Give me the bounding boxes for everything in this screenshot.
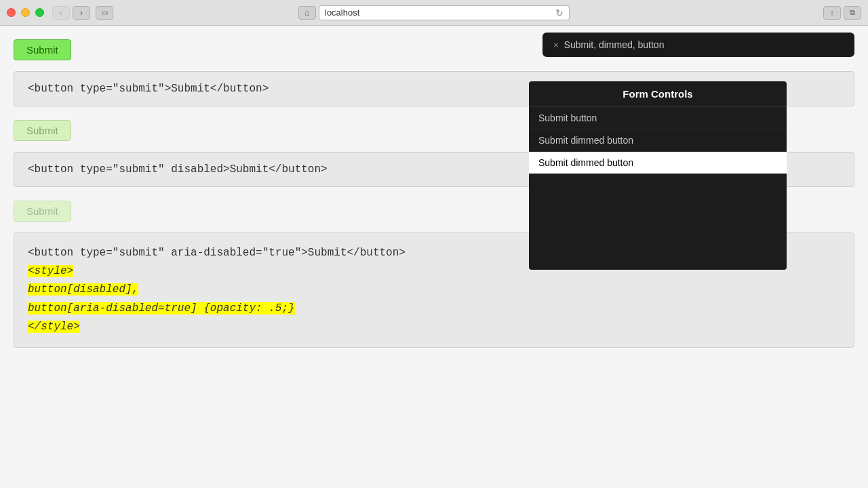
home-icon: ⌂	[304, 8, 309, 18]
back-icon: ‹	[60, 8, 62, 18]
tooltip-title: Submit, dimmed, button	[564, 39, 665, 50]
back-button[interactable]: ‹	[52, 6, 70, 20]
forward-button[interactable]: ›	[73, 6, 90, 20]
submit-active-button[interactable]: Submit	[14, 39, 71, 60]
tooltip-close-button[interactable]: ×	[553, 40, 559, 50]
address-bar[interactable]: localhost ↻	[319, 5, 570, 20]
nav-buttons: ‹ › ▭	[52, 6, 113, 20]
refresh-icon[interactable]: ↻	[555, 7, 564, 18]
copy-window-button[interactable]: ⧉	[844, 6, 861, 20]
traffic-lights	[7, 8, 44, 17]
a11y-panel-body: Submit button Submit dimmed button Submi…	[529, 107, 787, 270]
a11y-panel: Form Controls Submit button Submit dimme…	[529, 81, 787, 270]
code-rule1: button[disabled],	[28, 283, 138, 296]
tooltip-popup: × Submit, dimmed, button	[542, 33, 854, 57]
code-line-rule2: button[aria-disabled=true] {opacity: .5;…	[28, 300, 840, 318]
a11y-item-1[interactable]: Submit dimmed button	[529, 129, 787, 152]
code-style-close: </style>	[28, 321, 80, 333]
share-icon: ↑	[830, 9, 834, 17]
code-line-rule1: button[disabled],	[28, 281, 840, 299]
home-button[interactable]: ⌂	[298, 6, 316, 20]
right-buttons: ↑ ⧉	[823, 6, 861, 20]
code-text-2: <button type="submit" disabled>Submit</b…	[28, 163, 328, 176]
minimize-button[interactable]	[21, 8, 30, 17]
submit-aria-disabled-button[interactable]: Submit	[14, 201, 71, 222]
url-text: localhost	[325, 7, 359, 18]
a11y-panel-title: Form Controls	[529, 81, 787, 107]
close-button[interactable]	[7, 8, 16, 17]
code-rule2: button[aria-disabled=true] {opacity: .5;…	[28, 302, 295, 314]
a11y-item-2[interactable]: Submit dimmed button	[529, 152, 787, 174]
copy-window-icon: ⧉	[850, 8, 855, 17]
tooltip-header: × Submit, dimmed, button	[542, 33, 854, 57]
tab-icon: ▭	[102, 9, 108, 16]
main-content: Submit <button type="submit">Submit</but…	[0, 26, 868, 488]
code-style-open: <style>	[28, 265, 73, 277]
submit-dimmed-button[interactable]: Submit	[14, 120, 71, 141]
maximize-button[interactable]	[35, 8, 44, 17]
tab-button[interactable]: ▭	[96, 6, 113, 20]
address-bar-container: ⌂ localhost ↻	[298, 5, 570, 20]
a11y-item-0[interactable]: Submit button	[529, 107, 787, 129]
code-line-style-close: </style>	[28, 318, 840, 336]
window-chrome: ‹ › ▭ ⌂ localhost ↻ ↑ ⧉	[0, 0, 868, 26]
forward-icon: ›	[80, 8, 83, 18]
share-button[interactable]: ↑	[823, 6, 841, 20]
code-text-1: <button type="submit">Submit</button>	[28, 83, 269, 95]
